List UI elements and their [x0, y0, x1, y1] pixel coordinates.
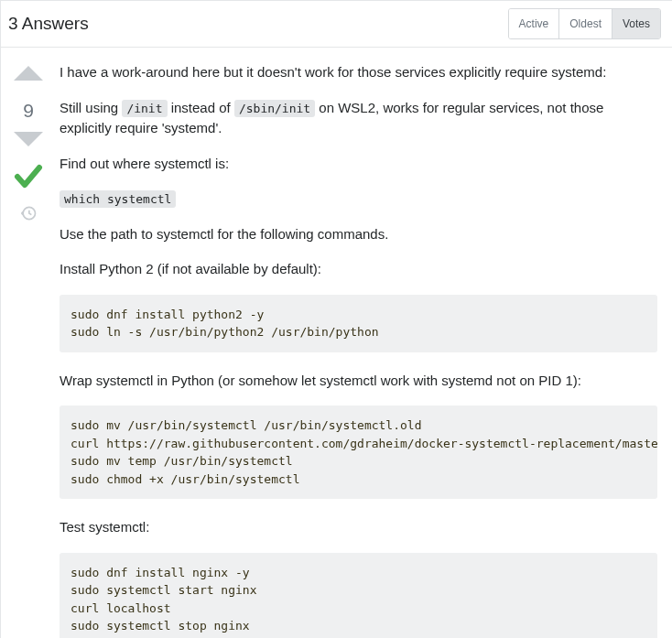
- tab-votes[interactable]: Votes: [612, 9, 660, 38]
- text-fragment: Still using: [60, 100, 122, 115]
- paragraph-install-python2: Install Python 2 (if not available by de…: [60, 259, 657, 280]
- paragraph-wrap-systemctl: Wrap systemctl in Python (or somehow let…: [60, 371, 657, 392]
- downvote-icon[interactable]: [12, 130, 45, 155]
- paragraph-find-systemctl: Find out where systemctl is:: [60, 154, 657, 175]
- tab-active[interactable]: Active: [509, 9, 560, 38]
- paragraph-use-path: Use the path to systemctl for the follow…: [60, 224, 657, 245]
- answer: 9 I have a work-around here but it doesn…: [1, 48, 672, 638]
- accepted-checkmark-icon: [12, 160, 45, 200]
- answer-body: I have a work-around here but it doesn't…: [49, 62, 657, 638]
- inline-code-sbin-init: /sbin/init: [234, 100, 315, 117]
- inline-code-init: /init: [122, 100, 167, 117]
- upvote-icon[interactable]: [12, 64, 45, 89]
- tab-oldest[interactable]: Oldest: [559, 9, 612, 38]
- history-icon[interactable]: [19, 204, 38, 229]
- answers-count-title: 3 Answers: [8, 11, 89, 38]
- inline-code-which: which systemctl: [60, 190, 176, 208]
- vote-score: 9: [23, 96, 34, 125]
- code-block-python2: sudo dnf install python2 -y sudo ln -s /…: [60, 295, 657, 352]
- code-block-wrap[interactable]: sudo mv /usr/bin/systemctl /usr/bin/syst…: [60, 406, 657, 499]
- paragraph-init: Still using /init instead of /sbin/init …: [60, 98, 657, 139]
- answers-header: 3 Answers Active Oldest Votes: [1, 1, 672, 48]
- paragraph-intro: I have a work-around here but it doesn't…: [60, 62, 657, 83]
- code-block-test: sudo dnf install nginx -y sudo systemctl…: [60, 553, 657, 639]
- vote-column: 9: [8, 62, 49, 638]
- text-fragment: instead of: [168, 100, 234, 115]
- paragraph-test-systemctl: Test systemctl:: [60, 517, 657, 538]
- sort-tabs: Active Oldest Votes: [508, 8, 661, 39]
